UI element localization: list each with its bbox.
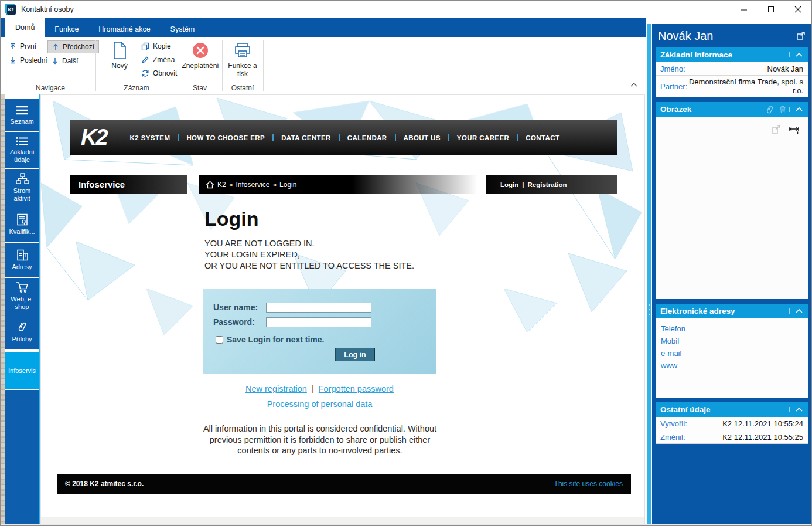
group-label-ostatni: Ostatní [222,84,263,92]
personal-data-line: Processing of personal data [203,399,436,409]
collapse-button[interactable] [789,107,803,112]
section-image-header[interactable]: Obrázek [656,102,808,117]
ribbon-collapse-button[interactable] [630,79,638,90]
copy-button[interactable]: Kopie [139,41,173,52]
refresh-button[interactable]: Obnovit [139,68,179,79]
tab-hromadne-akce[interactable]: Hromadné akce [88,22,160,37]
sidebar-item-label: Základní údaje [6,148,38,164]
function-print-label-2: tisk [237,70,248,78]
chevron-up-icon [795,308,803,314]
fit-width-icon[interactable] [788,124,800,134]
panel-splitter[interactable] [646,24,652,525]
save-login-checkbox[interactable] [216,336,223,344]
chevron-up-icon [795,107,803,112]
section-basic-info-header[interactable]: Základní informace [656,47,808,62]
sidebar-item-label: Web, e-shop [6,296,38,311]
electronic-addresses-body: Telefon Mobil e-mail www [656,318,808,398]
section-title: Základní informace [660,50,732,59]
telefon-link[interactable]: Telefon [661,323,803,335]
nav-calendar[interactable]: CALENDAR [339,134,395,141]
new-record-button[interactable]: Nový [101,39,138,80]
sidebar-item-prilohy[interactable]: Přílohy [5,314,39,349]
login-submit-button[interactable]: Log in [335,348,375,361]
sidebar-item-strom-aktivit[interactable]: Strom aktivit [5,169,39,206]
panel-splitter-bar[interactable] [647,24,651,525]
sidebar-item-label: Adresy [12,263,32,271]
auth-divider: | [522,181,524,188]
forgotten-password-link[interactable]: Forgotten password [319,384,394,393]
group-separator [222,40,223,91]
collapse-button[interactable] [789,308,803,314]
tab-funkce[interactable]: Funkce [45,22,88,37]
detail-list-icon [15,137,29,146]
previous-button[interactable]: Předchozí [47,40,99,53]
maximize-button[interactable] [758,1,784,18]
collapse-button[interactable] [789,407,803,412]
processing-personal-data-link[interactable]: Processing of personal data [267,399,373,409]
panel-title-row: Novák Jan [656,24,808,47]
sidebar-item-adresy[interactable]: Adresy [5,243,39,277]
breadcrumb-home-link[interactable]: K2 [217,181,226,189]
breadcrumb-infoservice-link[interactable]: Infoservice [236,181,269,189]
nav-contact[interactable]: CONTACT [517,134,567,141]
arrow-up-icon [52,43,59,50]
row-label: Partner: [660,82,687,91]
new-record-label: Nový [111,62,127,70]
username-input[interactable] [266,303,371,313]
sidebar-item-infoservis[interactable]: Infoservis [5,352,39,389]
nav-your-career[interactable]: YOUR CAREER [448,134,517,141]
breadcrumb-separator: » [229,181,233,189]
login-link[interactable]: Login [500,181,518,188]
mobil-link[interactable]: Mobil [661,335,803,347]
sidebar-item-seznam[interactable]: Seznam [5,99,39,131]
nav-how-to-choose-erp[interactable]: HOW TO CHOOSE ERP [178,134,272,141]
arrow-to-top-icon [9,43,16,50]
group-label-navigace: Navigace [5,84,95,92]
titlebar: K2 Kontaktní osoby [1,1,811,18]
password-input[interactable] [266,317,371,327]
nav-k2-system[interactable]: K2 SYSTEM [122,134,178,141]
group-label-zaznam: Záznam [95,84,178,92]
sidebar-item-label: Strom aktivit [6,187,38,202]
section-electronic-addresses-header[interactable]: Elektronické adresy [656,304,808,318]
delete-image-icon[interactable] [779,105,787,114]
sidebar-item-kvalifikace[interactable]: Kvalifik... [5,206,39,242]
section-electronic-addresses: Elektronické adresy Telefon Mobil e-mail… [656,304,808,398]
sidebar-item-web-eshop[interactable]: Web, e-shop [5,278,39,314]
collapse-button[interactable] [789,52,803,57]
email-link[interactable]: e-mail [661,347,803,359]
sidebar-item-zakladni-udaje[interactable]: Základní údaje [5,132,39,168]
registration-link[interactable]: Registration [528,181,567,188]
tree-icon [15,173,29,185]
minimize-button[interactable] [731,1,758,18]
www-link[interactable]: www [661,359,803,372]
function-print-button[interactable]: Funkce a tisk [224,39,261,80]
ribbon: První Poslední Předchozí Další Nový Kopi… [1,37,646,94]
sidebar-texture [1,94,5,525]
nav-about-us[interactable]: ABOUT US [395,134,448,141]
close-button[interactable] [784,1,811,18]
info-row-partner: Partner: Demonstrační firma Trade, spol.… [656,76,808,97]
nav-data-center[interactable]: DATA CENTER [272,134,339,141]
open-image-icon[interactable] [771,124,781,134]
web-page: K2 K2 SYSTEM HOW TO CHOOSE ERP DATA CENT… [57,95,631,494]
tab-system[interactable]: Systém [161,22,205,37]
confidential-notice: All information in this portal is consid… [202,423,438,456]
next-button[interactable]: Další [47,55,82,67]
refresh-icon [141,69,149,77]
pencil-icon [141,56,149,64]
section-other-data-header[interactable]: Ostatní údaje [656,402,808,417]
cookies-link[interactable]: This site uses cookies [554,480,623,488]
first-button[interactable]: První [5,40,40,52]
open-in-window-button[interactable] [796,31,806,40]
detail-panel: Novák Jan Základní informace Jméno: Nová… [652,24,811,525]
change-button[interactable]: Změna [139,55,177,65]
group-separator [263,40,264,91]
site-nav: K2 SYSTEM HOW TO CHOOSE ERP DATA CENTER … [122,134,568,141]
tab-domu[interactable]: Domů [5,18,45,37]
attach-image-icon[interactable] [765,105,774,114]
new-registration-link[interactable]: New registration [245,384,307,393]
invalidate-button[interactable]: Zneplatnění [179,39,221,80]
window-resize-edge[interactable] [1,524,811,525]
last-button[interactable]: Poslední [5,55,52,66]
